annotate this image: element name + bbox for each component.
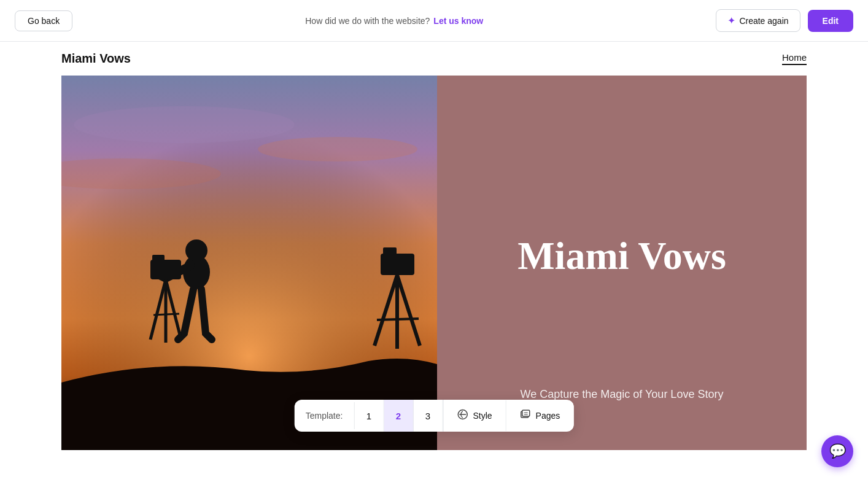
svg-rect-10 — [152, 255, 165, 262]
hero-image — [61, 76, 437, 450]
svg-rect-23 — [522, 410, 530, 416]
hero-image-panel — [61, 76, 437, 450]
hero-text-panel: Miami Vows We Capture the Magic of Your … — [437, 76, 807, 450]
style-button[interactable]: Style — [443, 400, 506, 431]
bottom-toolbar: Template: 1 2 3 Style — [295, 400, 574, 432]
chat-button[interactable]: 💬 — [821, 435, 853, 467]
template-option-2[interactable]: 2 — [384, 400, 413, 432]
go-back-button[interactable]: Go back — [15, 10, 72, 31]
edit-button[interactable]: Edit — [808, 10, 853, 32]
hero-subtitle: We Capture the Magic of Your Love Story — [521, 388, 724, 401]
chat-icon: 💬 — [829, 443, 846, 459]
template-option-1[interactable]: 1 — [354, 400, 384, 432]
hero-title: Miami Vows — [517, 235, 726, 278]
nav-bar: Miami Vows Home — [0, 42, 868, 76]
pages-label: Pages — [536, 411, 560, 421]
svg-point-2 — [74, 106, 295, 143]
header: Go back How did we do with the website? … — [0, 0, 868, 42]
svg-point-8 — [185, 239, 207, 262]
svg-rect-9 — [150, 260, 181, 279]
silhouette-svg — [61, 76, 437, 450]
svg-rect-15 — [381, 254, 414, 275]
template-selector: Template: 1 2 3 — [295, 400, 444, 432]
svg-point-3 — [258, 137, 417, 161]
svg-line-20 — [377, 319, 419, 320]
nav-link-home[interactable]: Home — [782, 52, 807, 65]
style-label: Style — [473, 411, 492, 421]
sparkle-icon: ✦ — [727, 15, 735, 26]
site-title: Miami Vows — [61, 52, 131, 66]
style-icon — [457, 409, 468, 422]
svg-line-14 — [153, 314, 179, 315]
feedback-banner: How did we do with the website? Let us k… — [305, 16, 483, 26]
pages-button[interactable]: Pages — [506, 400, 574, 431]
pages-icon — [520, 409, 531, 422]
header-actions: ✦ Create again Edit — [716, 9, 853, 32]
feedback-link[interactable]: Let us know — [433, 16, 483, 26]
template-option-3[interactable]: 3 — [413, 400, 443, 432]
create-again-button[interactable]: ✦ Create again — [716, 9, 800, 32]
create-again-label: Create again — [739, 16, 788, 26]
template-label: Template: — [295, 402, 355, 429]
main-content: Miami Vows We Capture the Magic of Your … — [61, 76, 807, 450]
svg-rect-16 — [383, 247, 397, 256]
feedback-text: How did we do with the website? — [305, 16, 430, 26]
